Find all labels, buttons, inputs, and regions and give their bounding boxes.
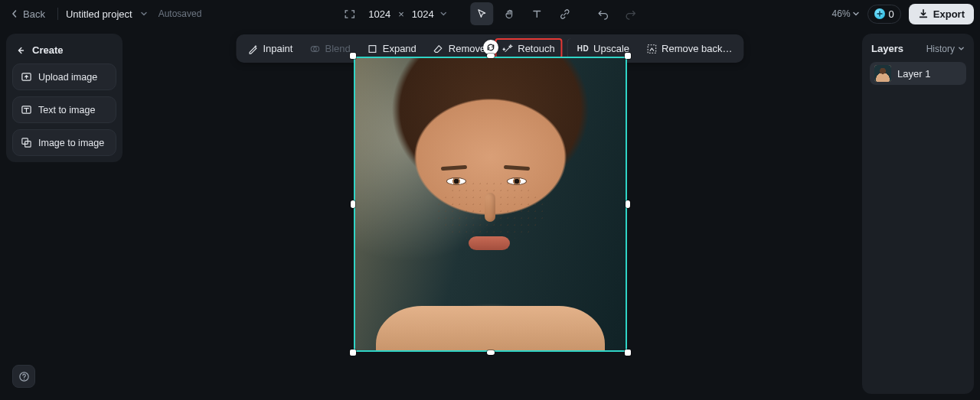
eraser-icon [433, 44, 444, 54]
tool-expand-label: Expand [383, 43, 416, 54]
export-label: Export [933, 8, 965, 20]
fit-icon [344, 8, 355, 20]
chevron-down-icon [958, 45, 965, 52]
download-icon [918, 8, 929, 19]
right-panel-header: Layers History [870, 41, 966, 62]
upload-image-button[interactable]: Upload image [12, 63, 116, 90]
layer-row[interactable]: Layer 1 [870, 62, 966, 85]
t2i-label: Text to image [38, 105, 95, 115]
selection-outline [354, 57, 627, 352]
hd-icon: HD [577, 44, 589, 53]
dim-x: × [395, 8, 407, 20]
tool-remove-bg[interactable]: Remove back… [639, 38, 740, 59]
svg-rect-2 [369, 45, 376, 52]
text-to-image-icon [21, 104, 32, 115]
resize-handle-r[interactable] [626, 200, 630, 208]
zoom-display[interactable]: 46% [832, 8, 860, 19]
chevron-down-icon [852, 10, 860, 18]
tool-retouch-label: Retouch [518, 43, 554, 54]
history-button[interactable]: History [926, 44, 965, 54]
top-left-group: Back Untitled project Autosaved [6, 5, 236, 23]
tool-blend-label: Blend [325, 43, 350, 54]
text-icon [532, 8, 543, 19]
chevron-down-icon[interactable] [140, 10, 148, 18]
history-label: History [926, 44, 955, 54]
redo-button [619, 2, 642, 25]
cursor-icon [477, 8, 488, 19]
tool-upscale-label: Upscale [593, 43, 629, 54]
right-panel: Layers History Layer 1 [862, 34, 974, 394]
chevron-down-icon [440, 10, 448, 18]
resize-handle-br[interactable] [625, 350, 631, 356]
resize-handle-t[interactable] [487, 54, 495, 58]
image-to-image-icon [21, 137, 32, 148]
i2i-label: Image to image [38, 138, 104, 148]
upload-label: Upload image [38, 72, 97, 83]
text-to-image-button[interactable]: Text to image [12, 96, 116, 123]
autosaved-status: Autosaved [158, 8, 202, 19]
credits-pill[interactable]: 0 [867, 5, 901, 24]
resize-handle-l[interactable] [351, 200, 355, 208]
resize-handle-tr[interactable] [625, 53, 631, 59]
canvas-dimensions[interactable]: 1024 × 1024 [365, 8, 450, 20]
dim-height: 1024 [412, 8, 434, 20]
resize-handle-bl[interactable] [350, 350, 356, 356]
blend-icon [309, 44, 320, 54]
link-icon [559, 8, 570, 20]
create-label: Create [32, 44, 63, 56]
redo-icon [625, 8, 636, 20]
credits-count: 0 [889, 8, 894, 20]
undo-button[interactable] [592, 2, 615, 25]
top-center-group: 1024 × 1024 [338, 2, 642, 25]
resize-handle-b[interactable] [487, 350, 495, 355]
remove-bg-icon [646, 44, 657, 54]
expand-icon [368, 44, 378, 54]
select-tool-button[interactable] [471, 2, 494, 25]
refresh-icon [486, 43, 495, 52]
back-button[interactable]: Back [6, 5, 50, 23]
layer-name: Layer 1 [897, 68, 930, 80]
hand-tool-button[interactable] [498, 2, 521, 25]
top-right-group: 46% 0 Export [832, 4, 974, 24]
tool-remove-label: Remove [449, 43, 485, 54]
dim-width: 1024 [368, 8, 390, 20]
tool-retouch[interactable]: Retouch [495, 38, 562, 59]
retouch-icon [502, 44, 513, 54]
project-title[interactable]: Untitled project [66, 8, 132, 20]
tool-remove-bg-label: Remove back… [662, 43, 732, 54]
top-bar: Back Untitled project Autosaved 1024 × 1… [0, 0, 980, 28]
fit-canvas-button[interactable] [338, 2, 361, 25]
layers-title: Layers [871, 43, 903, 54]
layer-thumbnail [874, 65, 891, 82]
canvas-stage[interactable] [354, 57, 627, 352]
upload-icon [21, 71, 32, 83]
inpaint-icon [247, 44, 258, 54]
link-tool-button[interactable] [554, 2, 577, 25]
create-header[interactable]: Create [12, 40, 116, 63]
tool-expand[interactable]: Expand [360, 38, 424, 59]
image-to-image-button[interactable]: Image to image [12, 129, 116, 156]
help-icon [18, 371, 30, 382]
divider [57, 8, 58, 20]
export-button[interactable]: Export [909, 4, 974, 24]
undo-icon [597, 8, 609, 20]
left-panel: Create Upload image Text to image Image … [6, 34, 122, 162]
text-tool-button[interactable] [526, 2, 549, 25]
hand-icon [504, 8, 515, 20]
help-button[interactable] [12, 365, 35, 388]
zoom-value: 46% [832, 8, 851, 19]
regenerate-button[interactable] [483, 40, 498, 55]
tool-inpaint-label: Inpaint [263, 43, 292, 54]
credits-icon [874, 8, 885, 19]
resize-handle-tl[interactable] [350, 53, 356, 59]
arrow-left-icon [15, 45, 26, 56]
tool-inpaint[interactable]: Inpaint [240, 38, 300, 59]
back-label: Back [23, 8, 45, 20]
chevron-left-icon [11, 10, 18, 18]
